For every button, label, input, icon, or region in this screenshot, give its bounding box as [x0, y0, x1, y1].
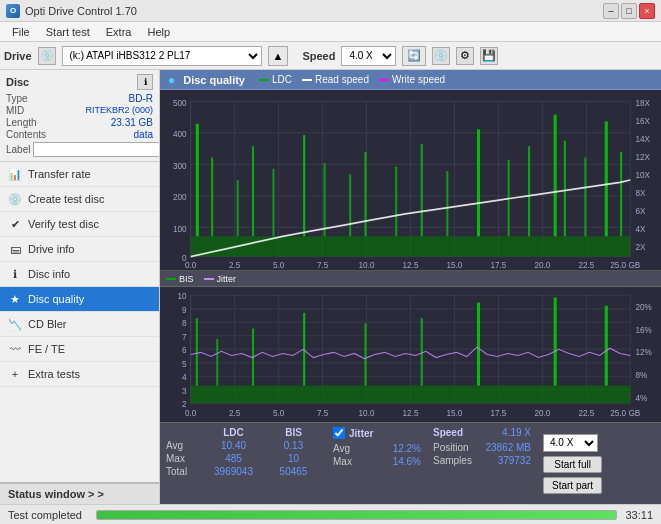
svg-text:10.0: 10.0: [359, 259, 375, 269]
svg-text:15.0: 15.0: [447, 409, 463, 418]
svg-text:0.0: 0.0: [185, 409, 197, 418]
svg-text:10.0: 10.0: [359, 409, 375, 418]
drive-label: Drive: [4, 50, 32, 62]
svg-text:4X: 4X: [635, 223, 645, 233]
drive-toolbar: Drive 💿 (k:) ATAPI iHBS312 2 PL17 ▲ Spee…: [0, 42, 661, 70]
svg-text:12X: 12X: [635, 151, 650, 161]
samples-val: 379732: [498, 455, 531, 466]
chart-title: Disc quality: [183, 74, 245, 86]
svg-text:8X: 8X: [635, 187, 645, 197]
sidebar-item-drive-info[interactable]: 🖴 Drive info: [0, 237, 159, 262]
speed-dropdown[interactable]: 4.0 X: [543, 434, 598, 452]
svg-rect-19: [196, 124, 199, 237]
sidebar-item-create-test-disc[interactable]: 💿 Create test disc: [0, 187, 159, 212]
start-part-button[interactable]: Start part: [543, 477, 602, 494]
svg-rect-20: [211, 158, 213, 237]
speed-label: Speed: [302, 50, 335, 62]
legend-ldc: LDC: [259, 74, 292, 85]
svg-rect-22: [252, 146, 254, 236]
sidebar-item-verify-test-disc[interactable]: ✔ Verify test disc: [0, 212, 159, 237]
disc-length-label: Length: [6, 117, 37, 128]
menu-help[interactable]: Help: [139, 24, 178, 40]
samples-label: Samples: [433, 455, 472, 466]
menu-extra[interactable]: Extra: [98, 24, 140, 40]
stats-max-row: Max 485 10: [166, 453, 321, 464]
drive-info-icon: 🖴: [8, 242, 22, 256]
jitter-legend: Jitter: [204, 274, 237, 284]
svg-rect-29: [421, 144, 423, 236]
disc-type-row: Type BD-R: [6, 93, 153, 104]
lower-chart: BIS Jitter: [160, 271, 661, 422]
stats-avg-row: Avg 10.40 0.13: [166, 440, 321, 451]
window-controls: – □ ×: [603, 3, 655, 19]
svg-rect-91: [364, 323, 366, 385]
svg-text:18X: 18X: [635, 97, 650, 107]
bis-header: BIS: [266, 427, 321, 438]
avg-bis: 0.13: [266, 440, 321, 451]
legend-write-speed: Write speed: [379, 74, 445, 85]
disc-label-label: Label: [6, 144, 30, 155]
jitter-avg-label: Avg: [333, 443, 350, 454]
svg-rect-30: [446, 171, 448, 236]
status-window-button[interactable]: Status window > >: [0, 482, 159, 504]
svg-text:300: 300: [173, 160, 187, 170]
sidebar-item-extra-tests[interactable]: + Extra tests: [0, 362, 159, 387]
disc-length-row: Length 23.31 GB: [6, 117, 153, 128]
chart-header: ● Disc quality LDC Read speed Write spee…: [160, 70, 661, 90]
sidebar-item-disc-info[interactable]: ℹ Disc info: [0, 262, 159, 287]
menu-start-test[interactable]: Start test: [38, 24, 98, 40]
svg-text:17.5: 17.5: [490, 409, 506, 418]
stats-empty-header: [166, 427, 201, 438]
write-speed-label: Write speed: [392, 74, 445, 85]
progress-bar: [96, 510, 617, 520]
speed-select[interactable]: 4.0 X: [341, 46, 396, 66]
jitter-color: [204, 278, 214, 280]
svg-text:8%: 8%: [635, 371, 647, 380]
sidebar-item-fe-te[interactable]: 〰 FE / TE: [0, 337, 159, 362]
svg-text:16X: 16X: [635, 115, 650, 125]
bis-legend: BIS: [166, 274, 194, 284]
bis-color: [166, 278, 176, 280]
total-ldc: 3969043: [201, 466, 266, 477]
cd-bler-icon: 📉: [8, 317, 22, 331]
speed-stat-title: Speed: [433, 427, 463, 438]
eject-button[interactable]: ▲: [268, 46, 289, 66]
stats-total-row: Total 3969043 50465: [166, 466, 321, 477]
app-icon: O: [6, 4, 20, 18]
bis-label: BIS: [179, 274, 194, 284]
svg-rect-34: [554, 115, 557, 237]
window-title: Opti Drive Control 1.70: [25, 5, 137, 17]
maximize-button[interactable]: □: [621, 3, 637, 19]
svg-rect-27: [364, 152, 366, 236]
fe-te-icon: 〰: [8, 342, 22, 356]
save-button[interactable]: 💾: [480, 47, 498, 65]
svg-text:8: 8: [182, 319, 187, 328]
extra-tests-label: Extra tests: [28, 368, 80, 380]
drive-select[interactable]: (k:) ATAPI iHBS312 2 PL17: [62, 46, 262, 66]
write-speed-color: [379, 79, 389, 81]
sidebar-item-transfer-rate[interactable]: 📊 Transfer rate: [0, 162, 159, 187]
disc-label-input[interactable]: [33, 142, 160, 157]
lower-chart-svg: 10 9 8 7 6 5 4 3 2 20% 16% 12% 8%: [160, 287, 661, 422]
disc-info-button[interactable]: ℹ: [137, 74, 153, 90]
menu-bar: File Start test Extra Help: [0, 22, 661, 42]
refresh-button[interactable]: 🔄: [402, 46, 426, 66]
close-button[interactable]: ×: [639, 3, 655, 19]
disc-info-icon: ℹ: [8, 267, 22, 281]
disc-type-label: Type: [6, 93, 28, 104]
stats-header-row: LDC BIS: [166, 427, 321, 438]
disc-button[interactable]: 💿: [432, 47, 450, 65]
sidebar-item-cd-bler[interactable]: 📉 CD Bler: [0, 312, 159, 337]
minimize-button[interactable]: –: [603, 3, 619, 19]
speed-dropdown-row: 4.0 X: [543, 434, 602, 452]
settings-button[interactable]: ⚙: [456, 47, 474, 65]
jitter-checkbox[interactable]: [333, 427, 345, 439]
position-row: Position 23862 MB: [433, 442, 531, 453]
start-full-button[interactable]: Start full: [543, 456, 602, 473]
transfer-rate-icon: 📊: [8, 167, 22, 181]
svg-text:200: 200: [173, 192, 187, 202]
svg-rect-35: [564, 141, 566, 237]
sidebar-item-disc-quality[interactable]: ★ Disc quality: [0, 287, 159, 312]
svg-text:7.5: 7.5: [317, 259, 329, 269]
menu-file[interactable]: File: [4, 24, 38, 40]
